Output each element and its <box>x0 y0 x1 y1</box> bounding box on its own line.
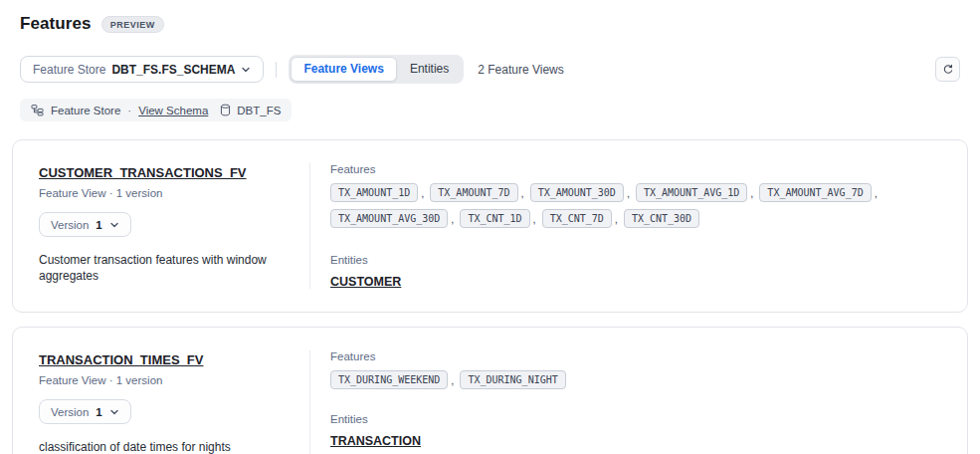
card-details-column: Features TX_AMOUNT_1D,TX_AMOUNT_7D,TX_AM… <box>309 163 941 289</box>
features-section-label: Features <box>330 163 941 175</box>
toolbar-divider <box>276 62 277 78</box>
feature-chip: TX_AMOUNT_1D <box>330 183 418 202</box>
card-details-column: Features TX_DURING_WEEKEND,TX_DURING_NIG… <box>309 350 941 454</box>
feature-chip: TX_DURING_WEEKEND <box>330 370 448 389</box>
chip-separator: , <box>451 374 454 386</box>
preview-badge: PREVIEW <box>101 16 164 33</box>
refresh-button[interactable] <box>935 57 960 82</box>
chip-separator: , <box>627 187 630 199</box>
breadcrumb-separator: · <box>127 105 131 116</box>
schema-icon <box>31 104 44 116</box>
version-label: Version <box>51 406 89 418</box>
feature-store-value: DBT_FS.FS_SCHEMA <box>111 63 235 77</box>
card-info-column: TRANSACTION_TIMES_FV Feature View · 1 ve… <box>39 350 309 454</box>
feature-view-card: TRANSACTION_TIMES_FV Feature View · 1 ve… <box>12 327 968 454</box>
feature-chip: TX_AMOUNT_AVG_30D <box>330 209 448 228</box>
breadcrumb: Feature Store · View Schema DBT_FS <box>20 99 292 121</box>
breadcrumb-database: DBT_FS <box>219 104 281 116</box>
feature-view-title-link[interactable]: CUSTOMER_TRANSACTIONS_FV <box>39 165 247 180</box>
feature-chip: TX_AMOUNT_AVG_1D <box>636 183 747 202</box>
feature-chip: TX_AMOUNT_30D <box>530 183 624 202</box>
feature-chip-list: TX_AMOUNT_1D,TX_AMOUNT_7D,TX_AMOUNT_30D,… <box>330 183 937 228</box>
version-dropdown[interactable]: Version 1 <box>39 399 131 424</box>
chip-separator: , <box>521 187 524 199</box>
feature-view-description: Customer transaction features with windo… <box>39 252 284 284</box>
version-dropdown[interactable]: Version 1 <box>39 212 131 237</box>
feature-store-label: Feature Store <box>33 63 105 77</box>
breadcrumb-feature-store: Feature Store <box>51 105 120 116</box>
feature-chip: TX_CNT_7D <box>542 209 612 228</box>
entities-section: Entities CUSTOMER <box>330 254 941 289</box>
version-label: Version <box>51 219 89 231</box>
feature-view-title-link[interactable]: TRANSACTION_TIMES_FV <box>39 352 203 367</box>
toolbar: Feature Store DBT_FS.FS_SCHEMA Feature V… <box>12 55 968 84</box>
feature-chip: TX_AMOUNT_AVG_7D <box>759 183 871 202</box>
entities-section-label: Entities <box>330 254 941 266</box>
features-section-label: Features <box>330 350 941 362</box>
version-value: 1 <box>96 406 101 418</box>
feature-chip-list: TX_DURING_WEEKEND,TX_DURING_NIGHT <box>330 370 937 389</box>
chevron-down-icon <box>109 220 119 230</box>
chip-separator: , <box>421 187 424 199</box>
database-icon <box>219 104 232 116</box>
entity-link-list: TRANSACTION <box>330 434 941 448</box>
feature-chip: TX_CNT_30D <box>624 209 699 228</box>
feature-chip: TX_AMOUNT_7D <box>430 183 517 202</box>
page-header: Features PREVIEW <box>12 14 968 34</box>
features-page: Features PREVIEW Feature Store DBT_FS.FS… <box>0 0 980 454</box>
chevron-down-icon <box>109 407 119 417</box>
entity-link[interactable]: TRANSACTION <box>330 434 421 448</box>
chevron-down-icon <box>241 65 251 75</box>
feature-chip: TX_DURING_NIGHT <box>460 370 565 389</box>
entity-link-list: CUSTOMER <box>330 275 941 289</box>
chip-separator: , <box>451 213 454 225</box>
feature-chip: TX_CNT_1D <box>460 209 529 228</box>
tab-entities[interactable]: Entities <box>397 57 462 82</box>
card-info-column: CUSTOMER_TRANSACTIONS_FV Feature View · … <box>39 163 309 289</box>
feature-view-subtitle: Feature View · 1 version <box>39 187 284 199</box>
tab-feature-views[interactable]: Feature Views <box>291 57 396 82</box>
entities-section: Entities TRANSACTION <box>330 413 941 448</box>
entity-link[interactable]: CUSTOMER <box>330 275 401 289</box>
feature-view-card: CUSTOMER_TRANSACTIONS_FV Feature View · … <box>12 139 968 313</box>
version-value: 1 <box>96 219 101 231</box>
feature-view-list: CUSTOMER_TRANSACTIONS_FV Feature View · … <box>12 139 968 454</box>
chip-separator: , <box>533 213 536 225</box>
chip-separator: , <box>615 213 618 225</box>
feature-view-description: classification of date times for nights … <box>39 439 284 454</box>
chip-separator: , <box>875 187 878 199</box>
page-title: Features <box>20 14 92 34</box>
view-schema-link[interactable]: View Schema <box>138 105 208 116</box>
feature-store-dropdown[interactable]: Feature Store DBT_FS.FS_SCHEMA <box>20 56 264 83</box>
database-name: DBT_FS <box>237 105 281 116</box>
feature-views-count: 2 Feature Views <box>478 63 564 77</box>
chip-separator: , <box>750 187 753 199</box>
refresh-icon <box>941 63 955 77</box>
feature-view-subtitle: Feature View · 1 version <box>39 374 284 386</box>
tab-group: Feature Views Entities <box>289 55 464 84</box>
entities-section-label: Entities <box>330 413 941 425</box>
